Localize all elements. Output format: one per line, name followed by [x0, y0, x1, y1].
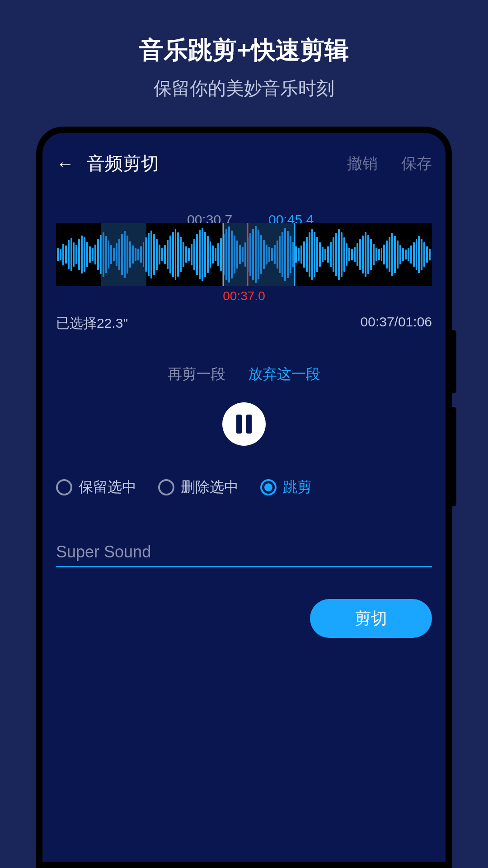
- playback-progress: 00:37/01:06: [361, 314, 432, 333]
- pause-button[interactable]: [222, 402, 266, 446]
- phone-side-button: [452, 330, 456, 393]
- pause-icon: [236, 415, 242, 434]
- mode-radio-group: 保留选中 删除选中 跳剪: [42, 446, 446, 497]
- page-title: 音频剪切: [87, 151, 324, 176]
- segment-actions: 再剪一段 放弃这一段: [42, 364, 446, 384]
- undo-button[interactable]: 撤销: [347, 153, 378, 174]
- promo-title: 音乐跳剪+快速剪辑: [0, 34, 488, 67]
- radio-label: 删除选中: [181, 477, 239, 497]
- pause-icon: [246, 415, 252, 434]
- selection-info-row: 已选择22.3" 00:37/01:06: [42, 303, 446, 333]
- cut-button[interactable]: 剪切: [310, 599, 432, 638]
- filename-field-wrap: [42, 497, 446, 567]
- selection-region: [223, 223, 295, 286]
- playhead-time: 00:37.0: [42, 289, 446, 303]
- selected-duration: 已选择22.3": [56, 314, 128, 333]
- mode-skip-cut[interactable]: 跳剪: [260, 477, 312, 497]
- radio-label: 跳剪: [283, 477, 312, 497]
- save-button[interactable]: 保存: [401, 153, 432, 174]
- mode-keep-selected[interactable]: 保留选中: [56, 477, 136, 497]
- mode-delete-selected[interactable]: 删除选中: [158, 477, 239, 497]
- selection-start-line: [223, 223, 224, 286]
- time-markers: 00:30.7 00:45.4: [42, 189, 446, 217]
- discard-segment-button[interactable]: 放弃这一段: [248, 364, 320, 384]
- app-header: ← 音频剪切 撤销 保存: [42, 133, 446, 189]
- selection-end-line: [294, 223, 296, 286]
- app-screen: ← 音频剪切 撤销 保存 00:30.7 00:45.4 00:37.0 已选择…: [42, 133, 446, 862]
- selection-region: [101, 223, 146, 286]
- back-icon[interactable]: ←: [56, 155, 74, 173]
- phone-frame: ← 音频剪切 撤销 保存 00:30.7 00:45.4 00:37.0 已选择…: [36, 127, 452, 868]
- phone-side-button: [452, 407, 456, 506]
- radio-label: 保留选中: [79, 477, 136, 497]
- radio-icon: [260, 479, 277, 495]
- radio-icon: [158, 479, 174, 495]
- cut-again-button[interactable]: 再剪一段: [168, 364, 225, 384]
- waveform[interactable]: [56, 223, 432, 286]
- radio-icon: [56, 479, 72, 495]
- filename-input[interactable]: [56, 538, 432, 567]
- promo-subtitle: 保留你的美妙音乐时刻: [0, 76, 488, 101]
- playhead[interactable]: [247, 223, 249, 286]
